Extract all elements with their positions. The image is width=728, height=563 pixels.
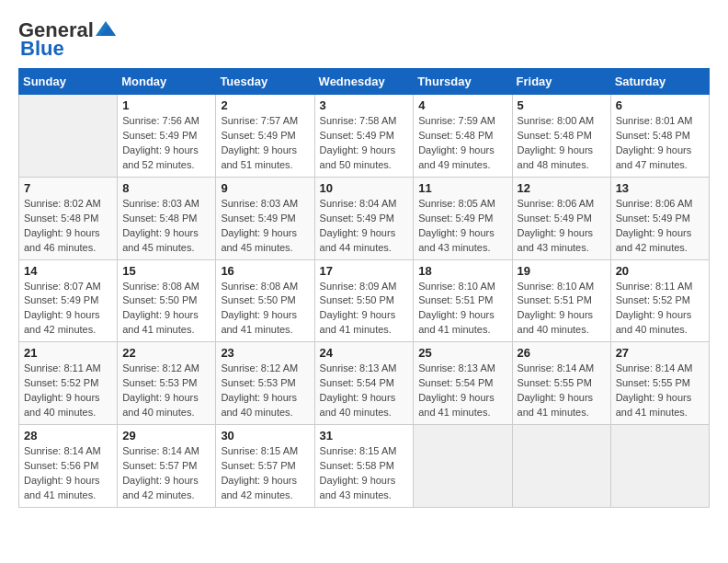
weekday-header-thursday: Thursday [414, 69, 512, 95]
calendar-cell [512, 425, 610, 508]
day-info: Sunrise: 8:14 AMSunset: 5:57 PMDaylight:… [122, 444, 210, 503]
day-info: Sunrise: 8:00 AMSunset: 5:48 PMDaylight:… [518, 114, 606, 173]
calendar-cell: 5Sunrise: 8:00 AMSunset: 5:48 PMDaylight… [512, 95, 610, 178]
calendar-cell: 29Sunrise: 8:14 AMSunset: 5:57 PMDayligh… [118, 425, 216, 508]
day-info: Sunrise: 7:58 AMSunset: 5:49 PMDaylight:… [320, 114, 409, 173]
day-number: 12 [518, 181, 606, 195]
day-number: 5 [518, 98, 606, 112]
day-info: Sunrise: 8:08 AMSunset: 5:50 PMDaylight:… [122, 280, 210, 339]
day-info: Sunrise: 8:10 AMSunset: 5:51 PMDaylight:… [518, 280, 606, 339]
logo-icon [96, 21, 116, 36]
calendar-cell: 18Sunrise: 8:10 AMSunset: 5:51 PMDayligh… [414, 259, 512, 342]
calendar-cell: 20Sunrise: 8:11 AMSunset: 5:52 PMDayligh… [610, 259, 709, 342]
weekday-header-monday: Monday [118, 69, 216, 95]
day-number: 1 [122, 98, 210, 112]
day-number: 31 [320, 429, 409, 442]
calendar-cell: 16Sunrise: 8:08 AMSunset: 5:50 PMDayligh… [216, 259, 314, 342]
calendar-cell: 1Sunrise: 7:56 AMSunset: 5:49 PMDaylight… [118, 95, 216, 178]
calendar-cell: 14Sunrise: 8:07 AMSunset: 5:49 PMDayligh… [19, 259, 118, 342]
weekday-header-saturday: Saturday [610, 69, 709, 95]
day-number: 19 [518, 264, 606, 278]
day-info: Sunrise: 8:15 AMSunset: 5:58 PMDaylight:… [320, 444, 409, 503]
day-number: 23 [221, 346, 309, 360]
day-info: Sunrise: 8:14 AMSunset: 5:55 PMDaylight:… [518, 362, 606, 420]
day-info: Sunrise: 8:12 AMSunset: 5:53 PMDaylight:… [221, 362, 309, 420]
day-number: 3 [320, 98, 409, 112]
weekday-header-tuesday: Tuesday [216, 69, 314, 95]
calendar-cell: 15Sunrise: 8:08 AMSunset: 5:50 PMDayligh… [118, 259, 216, 342]
day-info: Sunrise: 8:02 AMSunset: 5:48 PMDaylight:… [24, 197, 112, 256]
day-info: Sunrise: 8:15 AMSunset: 5:57 PMDaylight:… [221, 444, 309, 503]
calendar-week-1: 1Sunrise: 7:56 AMSunset: 5:49 PMDaylight… [19, 95, 710, 178]
day-number: 27 [616, 346, 704, 360]
calendar-cell: 13Sunrise: 8:06 AMSunset: 5:49 PMDayligh… [610, 177, 709, 259]
day-number: 14 [24, 264, 112, 278]
calendar-cell: 3Sunrise: 7:58 AMSunset: 5:49 PMDaylight… [314, 95, 414, 178]
weekday-header-friday: Friday [512, 69, 610, 95]
day-info: Sunrise: 8:01 AMSunset: 5:48 PMDaylight:… [616, 114, 704, 173]
day-info: Sunrise: 8:03 AMSunset: 5:49 PMDaylight:… [221, 197, 309, 256]
day-info: Sunrise: 8:10 AMSunset: 5:51 PMDaylight:… [418, 280, 506, 339]
calendar-cell: 11Sunrise: 8:05 AMSunset: 5:49 PMDayligh… [414, 177, 512, 259]
calendar-cell: 26Sunrise: 8:14 AMSunset: 5:55 PMDayligh… [512, 342, 610, 425]
calendar-cell: 23Sunrise: 8:12 AMSunset: 5:53 PMDayligh… [216, 342, 314, 425]
day-number: 26 [518, 346, 606, 360]
day-number: 18 [418, 264, 506, 278]
calendar-cell: 25Sunrise: 8:13 AMSunset: 5:54 PMDayligh… [414, 342, 512, 425]
calendar-week-4: 21Sunrise: 8:11 AMSunset: 5:52 PMDayligh… [19, 342, 710, 425]
day-info: Sunrise: 8:14 AMSunset: 5:55 PMDaylight:… [616, 362, 704, 420]
calendar-cell [610, 425, 709, 508]
calendar-cell: 24Sunrise: 8:13 AMSunset: 5:54 PMDayligh… [314, 342, 414, 425]
day-number: 30 [221, 429, 309, 442]
day-info: Sunrise: 7:59 AMSunset: 5:48 PMDaylight:… [418, 114, 506, 173]
day-number: 4 [418, 98, 506, 112]
day-number: 10 [320, 181, 409, 195]
calendar-cell: 31Sunrise: 8:15 AMSunset: 5:58 PMDayligh… [314, 425, 414, 508]
calendar-cell: 22Sunrise: 8:12 AMSunset: 5:53 PMDayligh… [118, 342, 216, 425]
day-info: Sunrise: 8:07 AMSunset: 5:49 PMDaylight:… [24, 280, 112, 339]
day-info: Sunrise: 8:05 AMSunset: 5:49 PMDaylight:… [418, 197, 506, 256]
day-number: 7 [24, 181, 112, 195]
day-number: 13 [616, 181, 704, 195]
day-info: Sunrise: 7:57 AMSunset: 5:49 PMDaylight:… [221, 114, 309, 173]
calendar-cell: 10Sunrise: 8:04 AMSunset: 5:49 PMDayligh… [314, 177, 414, 259]
calendar-cell: 8Sunrise: 8:03 AMSunset: 5:48 PMDaylight… [118, 177, 216, 259]
weekday-header-wednesday: Wednesday [314, 69, 414, 95]
day-info: Sunrise: 8:04 AMSunset: 5:49 PMDaylight:… [320, 197, 409, 256]
page-header: General Blue [18, 18, 710, 61]
day-info: Sunrise: 8:12 AMSunset: 5:53 PMDaylight:… [122, 362, 210, 420]
logo-blue: Blue [20, 37, 64, 61]
calendar-cell: 2Sunrise: 7:57 AMSunset: 5:49 PMDaylight… [216, 95, 314, 178]
day-number: 29 [122, 429, 210, 442]
day-number: 20 [616, 264, 704, 278]
calendar-cell: 9Sunrise: 8:03 AMSunset: 5:49 PMDaylight… [216, 177, 314, 259]
weekday-header-sunday: Sunday [19, 69, 118, 95]
day-number: 25 [418, 346, 506, 360]
day-info: Sunrise: 8:06 AMSunset: 5:49 PMDaylight:… [518, 197, 606, 256]
day-info: Sunrise: 8:06 AMSunset: 5:49 PMDaylight:… [616, 197, 704, 256]
day-info: Sunrise: 8:13 AMSunset: 5:54 PMDaylight:… [320, 362, 409, 420]
calendar-cell: 12Sunrise: 8:06 AMSunset: 5:49 PMDayligh… [512, 177, 610, 259]
day-number: 22 [122, 346, 210, 360]
calendar-cell: 6Sunrise: 8:01 AMSunset: 5:48 PMDaylight… [610, 95, 709, 178]
day-number: 17 [320, 264, 409, 278]
day-number: 11 [418, 181, 506, 195]
day-number: 2 [221, 98, 309, 112]
calendar-header-row: SundayMondayTuesdayWednesdayThursdayFrid… [19, 69, 710, 95]
calendar-week-2: 7Sunrise: 8:02 AMSunset: 5:48 PMDaylight… [19, 177, 710, 259]
day-info: Sunrise: 7:56 AMSunset: 5:49 PMDaylight:… [122, 114, 210, 173]
calendar-cell: 21Sunrise: 8:11 AMSunset: 5:52 PMDayligh… [19, 342, 118, 425]
calendar-cell: 19Sunrise: 8:10 AMSunset: 5:51 PMDayligh… [512, 259, 610, 342]
day-info: Sunrise: 8:13 AMSunset: 5:54 PMDaylight:… [418, 362, 506, 420]
calendar-week-5: 28Sunrise: 8:14 AMSunset: 5:56 PMDayligh… [19, 425, 710, 508]
day-info: Sunrise: 8:14 AMSunset: 5:56 PMDaylight:… [24, 444, 112, 503]
day-number: 16 [221, 264, 309, 278]
calendar-cell: 30Sunrise: 8:15 AMSunset: 5:57 PMDayligh… [216, 425, 314, 508]
calendar-cell: 4Sunrise: 7:59 AMSunset: 5:48 PMDaylight… [414, 95, 512, 178]
day-number: 6 [616, 98, 704, 112]
day-info: Sunrise: 8:09 AMSunset: 5:50 PMDaylight:… [320, 280, 409, 339]
calendar-cell [19, 95, 118, 178]
day-info: Sunrise: 8:08 AMSunset: 5:50 PMDaylight:… [221, 280, 309, 339]
calendar-week-3: 14Sunrise: 8:07 AMSunset: 5:49 PMDayligh… [19, 259, 710, 342]
day-number: 9 [221, 181, 309, 195]
